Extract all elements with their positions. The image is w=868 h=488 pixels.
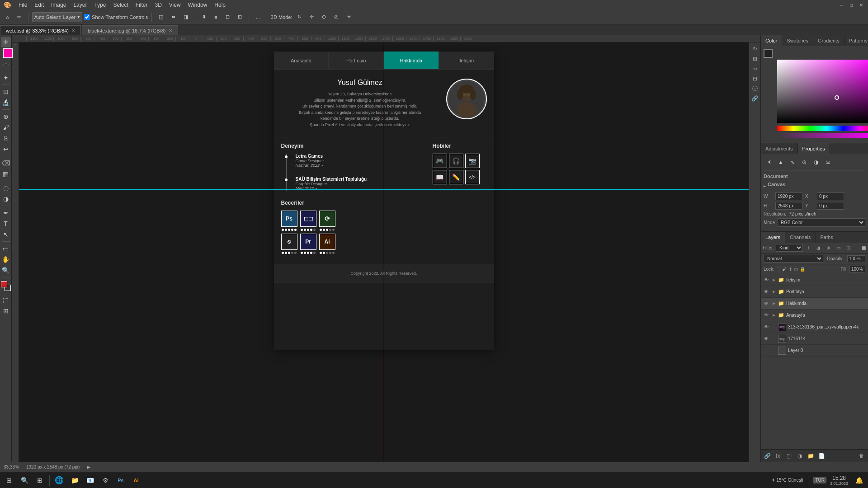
menu-view[interactable]: View xyxy=(169,2,181,8)
hand-tool[interactable]: ✋ xyxy=(1,254,11,264)
eraser-tool[interactable]: ⌫ xyxy=(1,158,11,168)
tab-properties[interactable]: Properties xyxy=(798,143,830,154)
3d-pan-btn[interactable]: ✛ xyxy=(307,12,317,23)
layers-adjustment-btn[interactable]: ◑ xyxy=(795,451,804,460)
layer-iletisim[interactable]: 👁 ▶ 📁 İletişim xyxy=(761,274,868,286)
canvas-width-input[interactable] xyxy=(775,192,802,200)
select-move-tool[interactable]: ✛ xyxy=(1,37,11,47)
menu-help[interactable]: Help xyxy=(214,2,226,8)
layers-new-btn[interactable]: 📄 xyxy=(817,451,826,460)
menu-image[interactable]: Image xyxy=(51,2,66,8)
3d-rotate-btn[interactable]: ↻ xyxy=(294,12,305,23)
alpha-slider[interactable] xyxy=(777,133,868,138)
lasso-tool[interactable]: ⌒ xyxy=(1,62,11,72)
layer-hakkimda[interactable]: 👁 ▶ 📁 Hakkımda xyxy=(761,298,868,310)
menu-file[interactable]: File xyxy=(19,2,27,8)
type-tool[interactable]: T xyxy=(1,219,11,229)
layer-layer0[interactable]: Layer 0 xyxy=(761,345,868,357)
canvas-link-icon[interactable]: 🔗 xyxy=(750,94,760,103)
tab-webpsd-close[interactable]: ✕ xyxy=(71,28,75,33)
pen-tool[interactable]: ✒ xyxy=(1,208,11,218)
layer-expand-portfolyo[interactable]: ▶ xyxy=(772,290,776,294)
layers-group-btn[interactable]: 📁 xyxy=(806,451,815,460)
nav-iletisim[interactable]: İletişim xyxy=(439,52,494,69)
align-left-btn[interactable]: ◫ xyxy=(156,12,166,23)
hue-slider[interactable] xyxy=(777,126,868,131)
3d-light-btn[interactable]: ☀ xyxy=(344,12,354,23)
shape-tool[interactable]: ▭ xyxy=(1,244,11,253)
layers-filter-adjust-btn[interactable]: ◑ xyxy=(814,244,823,252)
menu-window[interactable]: Window xyxy=(188,2,208,8)
adj-exposure-icon[interactable]: ⊙ xyxy=(799,157,810,168)
screen-mode-tool[interactable]: ⊞ xyxy=(1,306,11,316)
layer-1715114[interactable]: 👁 img 1715114 xyxy=(761,333,868,345)
canvas-scroll-area[interactable]: Anasayfa Portfolyo Hakkımda İletişim xyxy=(19,42,749,462)
distribute-btn[interactable]: ⊞ xyxy=(235,12,245,23)
menu-type[interactable]: Type xyxy=(94,2,106,8)
tab-color[interactable]: Color xyxy=(761,35,782,46)
ps-btn[interactable]: Ps xyxy=(113,474,128,487)
layer-eye-1715114[interactable]: 👁 xyxy=(763,336,770,341)
path-selection-tool[interactable]: ↖ xyxy=(1,230,11,239)
adj-brightness-icon[interactable]: ☀ xyxy=(764,157,774,168)
canvas-props-icon[interactable]: ⓘ xyxy=(750,84,760,93)
layer-expand-hakkimda[interactable]: ▶ xyxy=(772,301,776,305)
layer-opacity-input[interactable] xyxy=(847,255,865,262)
layer-eye-portfolyo[interactable]: 👁 xyxy=(763,289,770,294)
eyedropper-tool[interactable]: 🔬 xyxy=(1,98,11,108)
close-button[interactable]: ✕ xyxy=(858,2,864,8)
layers-link-btn[interactable]: 🔗 xyxy=(763,451,772,460)
blur-tool[interactable]: ◌ xyxy=(1,183,11,193)
brush-tool[interactable]: ✏ xyxy=(14,12,24,23)
bg-swatch[interactable] xyxy=(764,49,773,58)
tab-webpsd[interactable]: web.psd @ 33,3% (RGB/8#) ✕ xyxy=(0,25,81,35)
align-middle-btn[interactable]: ≡ xyxy=(211,12,220,23)
lock-all-icon[interactable]: 🔒 xyxy=(800,267,805,272)
layer-portfolyo[interactable]: 👁 ▶ 📁 Portfolyo xyxy=(761,286,868,298)
canvas-height-input[interactable] xyxy=(775,202,802,210)
layer-blend-mode[interactable]: Normal xyxy=(764,255,823,263)
layers-filter-type-btn[interactable]: T xyxy=(804,244,813,252)
history-brush-tool[interactable]: ↩ xyxy=(1,144,11,154)
layers-filter-pixel-btn[interactable]: ⊡ xyxy=(844,244,853,252)
layers-filter-shape-btn[interactable]: ▭ xyxy=(834,244,843,252)
tab-patterns[interactable]: Patterns xyxy=(844,35,868,46)
layers-filter-smart-btn[interactable]: ⊕ xyxy=(824,244,833,252)
tab-layers[interactable]: Layers xyxy=(761,232,785,243)
adj-curves-icon[interactable]: ∿ xyxy=(787,157,798,168)
search-taskbar-btn[interactable]: 🔍 xyxy=(17,474,32,487)
color-gradient[interactable] xyxy=(777,60,868,123)
dodge-tool[interactable]: ◑ xyxy=(1,194,11,204)
tab-texture[interactable]: black-texture.jpg @ 16,7% (RGB/8) ✕ xyxy=(82,25,178,35)
lock-transparent-icon[interactable]: ⬚ xyxy=(776,267,780,272)
explorer-btn[interactable]: 📁 xyxy=(67,474,82,487)
lock-position-icon[interactable]: ✛ xyxy=(788,267,792,272)
nav-anasayfa[interactable]: Anasayfa xyxy=(274,52,329,69)
layers-delete-btn[interactable]: 🗑 xyxy=(857,451,866,460)
canvas-y-input[interactable] xyxy=(817,202,844,210)
more-options-btn[interactable]: ... xyxy=(253,12,263,23)
tab-paths[interactable]: Paths xyxy=(816,232,838,243)
layer-eye-wallpaper[interactable]: 👁 xyxy=(763,324,770,329)
layer-eye-anasayfa[interactable]: 👁 xyxy=(763,313,770,318)
align-top-btn[interactable]: ⬍ xyxy=(199,12,209,23)
tab-gradients[interactable]: Gradients xyxy=(813,35,844,46)
3d-zoom-btn[interactable]: ⊕ xyxy=(319,12,329,23)
menu-edit[interactable]: Edit xyxy=(34,2,44,8)
settings-btn[interactable]: ⚙ xyxy=(98,474,113,487)
nav-portfolyo[interactable]: Portfolyo xyxy=(329,52,384,69)
auto-select-dropdown[interactable]: Auto-Select: Layer ▾ xyxy=(32,12,82,22)
lock-image-icon[interactable]: 🖌 xyxy=(782,267,787,272)
adj-hue-icon[interactable]: ◑ xyxy=(811,157,821,168)
clone-tool[interactable]: ⎘ xyxy=(1,133,11,143)
layer-expand-anasayfa[interactable]: ▶ xyxy=(772,313,776,317)
notification-btn[interactable]: 🔔 xyxy=(852,474,866,487)
start-button[interactable]: ⊞ xyxy=(2,474,16,487)
artboard-icon[interactable]: ▭ xyxy=(750,64,760,73)
menu-filter[interactable]: Filter xyxy=(136,2,148,8)
align-right-btn[interactable]: ◨ xyxy=(180,12,191,23)
layer-expand-iletisim[interactable]: ▶ xyxy=(772,278,776,282)
menu-select[interactable]: Select xyxy=(113,2,128,8)
zoom-tool[interactable]: 🔍 xyxy=(1,265,11,275)
tab-channels[interactable]: Channels xyxy=(785,232,816,243)
